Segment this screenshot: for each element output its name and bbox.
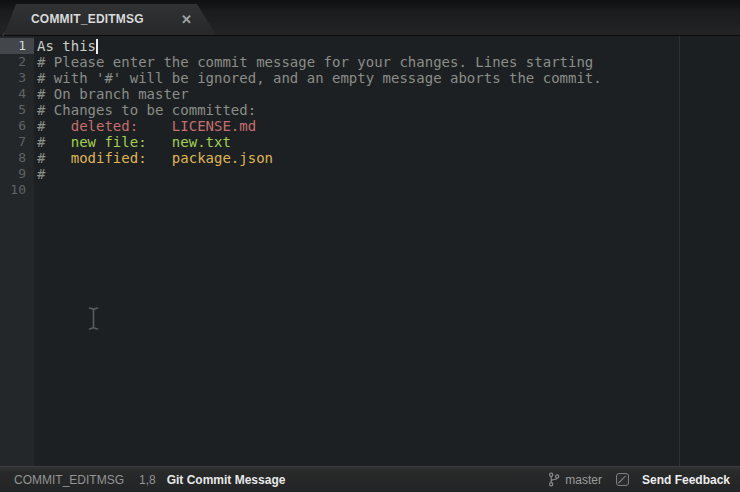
editor-window: COMMIT_EDITMSG ✕ 1As this2# Please enter… [0, 0, 740, 492]
code-lines: 1As this2# Please enter the commit messa… [0, 36, 740, 198]
git-branch-icon [548, 472, 560, 487]
editor-line[interactable]: 6# deleted: LICENSE.md [0, 118, 740, 134]
line-number: 4 [0, 86, 34, 102]
ibeam-mouse-cursor [86, 306, 101, 335]
tab-bar: COMMIT_EDITMSG ✕ [0, 0, 740, 36]
line-text[interactable]: # new file: new.txt [34, 134, 740, 150]
send-feedback-button[interactable]: Send Feedback [642, 473, 730, 487]
line-text[interactable]: As this [34, 38, 740, 54]
status-bar: COMMIT_EDITMSG 1,8 Git Commit Message ma… [0, 466, 740, 492]
line-number: 6 [0, 118, 34, 134]
line-number: 1 [0, 38, 34, 54]
line-number: 5 [0, 102, 34, 118]
status-branch-name[interactable]: master [565, 473, 602, 487]
editor-line[interactable]: 4# On branch master [0, 86, 740, 102]
editor-line[interactable]: 7# new file: new.txt [0, 134, 740, 150]
line-text[interactable]: # with '#' will be ignored, and an empty… [34, 70, 740, 86]
editor-line[interactable]: 9# [0, 166, 740, 182]
status-syntax-mode[interactable]: Git Commit Message [167, 473, 286, 487]
line-number: 10 [0, 182, 34, 198]
tab-commit-editmsg[interactable]: COMMIT_EDITMSG ✕ [4, 4, 216, 35]
line-text[interactable]: # Changes to be committed: [34, 102, 740, 118]
editor-line[interactable]: 5# Changes to be committed: [0, 102, 740, 118]
line-number: 3 [0, 70, 34, 86]
line-text[interactable]: # [34, 166, 740, 182]
editor-line[interactable]: 2# Please enter the commit message for y… [0, 54, 740, 70]
status-file-name: COMMIT_EDITMSG [14, 473, 124, 487]
line-number: 9 [0, 166, 34, 182]
status-cursor-position: 1,8 [139, 473, 156, 487]
editor-line[interactable]: 3# with '#' will be ignored, and an empt… [0, 70, 740, 86]
tab-title: COMMIT_EDITMSG [31, 4, 144, 35]
tab-close-icon[interactable]: ✕ [181, 11, 192, 26]
editor-line[interactable]: 8# modified: package.json [0, 150, 740, 166]
line-number: 8 [0, 150, 34, 166]
text-caret [96, 39, 98, 54]
editor-line[interactable]: 1As this [0, 38, 740, 54]
editor-line[interactable]: 10 [0, 182, 740, 198]
line-text[interactable] [34, 182, 740, 198]
edit-square-icon[interactable] [616, 473, 629, 486]
line-text[interactable]: # On branch master [34, 86, 740, 102]
line-text[interactable]: # deleted: LICENSE.md [34, 118, 740, 134]
line-number: 2 [0, 54, 34, 70]
line-number: 7 [0, 134, 34, 150]
line-text[interactable]: # modified: package.json [34, 150, 740, 166]
line-text[interactable]: # Please enter the commit message for yo… [34, 54, 740, 70]
editor-viewport[interactable]: 1As this2# Please enter the commit messa… [0, 36, 740, 466]
